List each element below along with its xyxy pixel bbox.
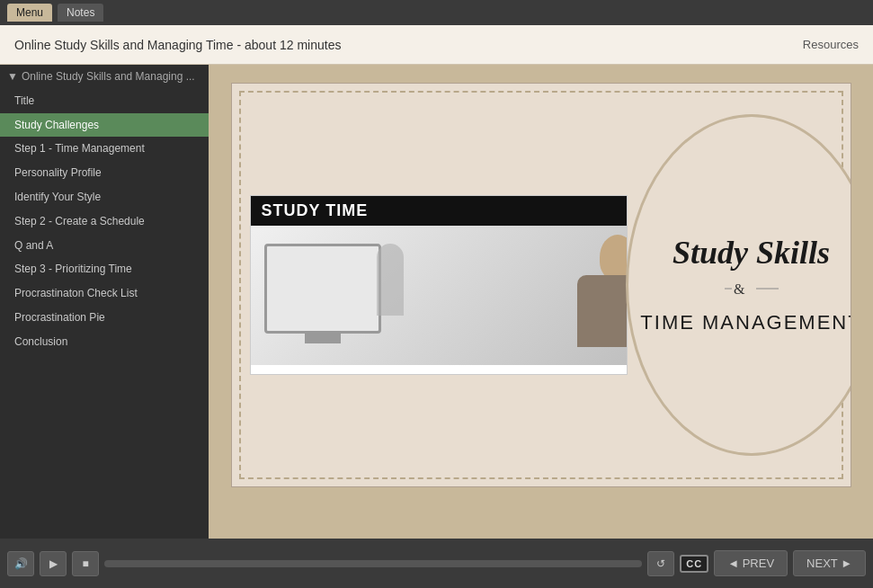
prev-button[interactable]: ◄ PREV <box>714 550 788 576</box>
rewind-icon: ↺ <box>656 557 665 570</box>
study-time-panel: STUDY TIME <box>250 195 628 375</box>
chevron-down-icon: ▼ <box>7 69 18 85</box>
sidebar: ▼ Online Study Skills and Managing ... T… <box>0 65 209 539</box>
next-button[interactable]: NEXT ► <box>793 550 866 576</box>
header: Online Study Skills and Managing Time - … <box>0 25 873 65</box>
stop-icon: ■ <box>82 557 88 570</box>
sidebar-item-procrastination-pie[interactable]: Procrastination Pie <box>0 306 209 330</box>
study-time-header: STUDY TIME <box>251 196 627 226</box>
volume-button[interactable]: 🔊 <box>7 551 34 576</box>
sidebar-item-q-and-a[interactable]: Q and A <box>0 234 209 258</box>
sidebar-item-prioritizing-time[interactable]: Step 3 - Prioritizing Time <box>0 257 209 281</box>
person-body <box>577 275 627 347</box>
deco-ampersand: & <box>725 275 779 304</box>
monitor-shape <box>264 244 381 334</box>
tab-bar: Menu Notes <box>0 0 873 25</box>
sidebar-item-study-challenges[interactable]: Study Challenges <box>0 113 209 138</box>
slide-container: STUDY TIME Study Skills & <box>231 83 851 487</box>
svg-text:&: & <box>734 281 745 297</box>
sidebar-item-personality-profile[interactable]: Personality Profile <box>0 161 209 185</box>
play-button[interactable]: ▶ <box>40 551 67 576</box>
sidebar-item-identify-style[interactable]: Identify Your Style <box>0 185 209 209</box>
background-figure <box>377 244 404 316</box>
sidebar-item-procrastination-checklist[interactable]: Procrastinaton Check List <box>0 281 209 306</box>
sidebar-item-conclusion[interactable]: Conclusion <box>0 330 209 354</box>
resources-button[interactable]: Resources <box>803 38 859 51</box>
content-area: STUDY TIME Study Skills & <box>209 65 873 539</box>
deco-time-management: TIME MANAGEMENT <box>640 311 851 334</box>
study-time-image <box>251 226 627 365</box>
volume-icon: 🔊 <box>14 557 28 570</box>
deco-circle: Study Skills & TIME MANAGEMENT <box>626 114 851 456</box>
notes-tab[interactable]: Notes <box>58 4 103 22</box>
menu-tab[interactable]: Menu <box>7 4 52 22</box>
sidebar-parent-label: Online Study Skills and Managing ... <box>22 69 195 85</box>
person-head <box>600 235 627 280</box>
rewind-button[interactable]: ↺ <box>647 551 674 576</box>
sidebar-parent-item[interactable]: ▼ Online Study Skills and Managing ... <box>0 65 209 89</box>
main-layout: ▼ Online Study Skills and Managing ... T… <box>0 65 873 539</box>
play-icon: ▶ <box>49 557 58 570</box>
cc-badge[interactable]: CC <box>680 555 708 573</box>
stop-button[interactable]: ■ <box>72 551 99 576</box>
sidebar-item-title[interactable]: Title <box>0 89 209 113</box>
course-title: Online Study Skills and Managing Time - … <box>14 38 341 52</box>
sidebar-item-time-management[interactable]: Step 1 - Time Management <box>0 137 209 161</box>
sidebar-item-create-schedule[interactable]: Step 2 - Create a Schedule <box>0 209 209 234</box>
deco-study-skills: Study Skills <box>673 236 830 272</box>
bottom-controls: 🔊 ▶ ■ ↺ CC ◄ PREV NEXT ► <box>0 539 873 588</box>
progress-bar[interactable] <box>104 560 642 567</box>
